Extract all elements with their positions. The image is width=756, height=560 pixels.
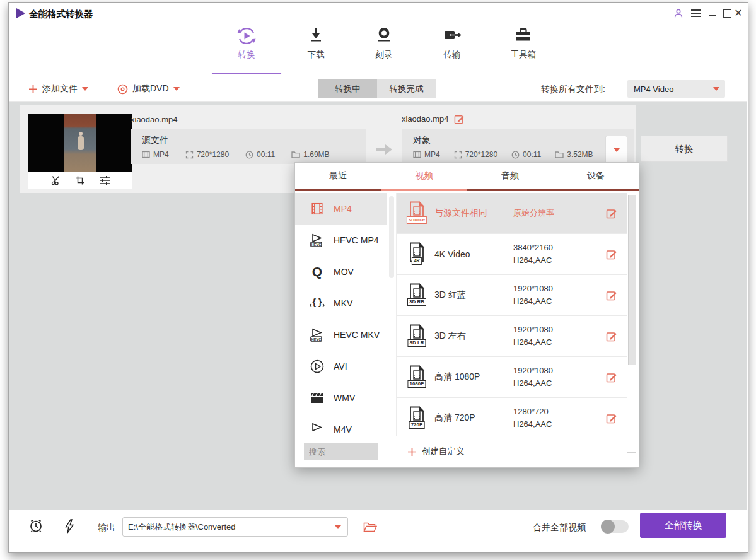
preset-row-3d-rb[interactable]: 3D RB 3D 红蓝 1920*1080 H264,AAC [397, 274, 627, 315]
format-list-scrollbar-thumb[interactable] [389, 196, 394, 278]
edit-preset-icon[interactable] [606, 371, 617, 383]
tab-converted[interactable]: 转换完成 [377, 79, 436, 98]
search-input[interactable] [304, 443, 378, 460]
preset-scrollbar-thumb[interactable] [628, 195, 636, 365]
preset-row-hd-1080p[interactable]: 1080P 高清 1080P 1920*1080 H264,AAC [397, 356, 627, 397]
nav-tab-toolbox[interactable]: 工具箱 [497, 26, 550, 61]
format-item-hevc-mkv[interactable]: HEVC HEVC MKV [295, 319, 387, 351]
chevron-down-icon [713, 87, 719, 91]
popup-tab-recent[interactable]: 最近 [295, 163, 381, 191]
chevron-down-icon [335, 525, 341, 529]
svg-text:HEVC: HEVC [311, 337, 321, 341]
target-filename: xiaodao.mp4 [402, 114, 448, 124]
resolution-icon [454, 151, 462, 159]
popup-tab-video[interactable]: 视频 [381, 163, 467, 191]
effects-sliders-icon[interactable] [99, 175, 110, 185]
source-section-label: 源文件 [142, 135, 168, 146]
nav-tab-convert[interactable]: 转换 [220, 26, 273, 61]
close-button[interactable]: ✕ [732, 8, 745, 19]
thumbnail-image [28, 114, 132, 172]
clock-icon [245, 151, 253, 159]
output-path-value: E:\全能格式转换器\Converted [128, 522, 335, 533]
open-folder-icon[interactable] [363, 521, 377, 533]
source-format: MP4 [153, 150, 169, 159]
maximize-button[interactable] [721, 8, 733, 19]
bottom-bar [9, 510, 747, 552]
edit-preset-icon[interactable] [606, 412, 617, 424]
avi-icon [309, 358, 325, 375]
nav-tab-download[interactable]: 下载 [289, 26, 342, 61]
merge-videos-toggle[interactable] [601, 520, 629, 533]
format-item-mov[interactable]: Q MOV [295, 256, 387, 288]
schedule-clock-icon[interactable] [28, 518, 44, 534]
account-icon[interactable] [672, 8, 685, 19]
app-screen: 全能格式转换器 ✕ 转换 下载 刻录 [0, 0, 756, 560]
edit-preset-icon[interactable] [606, 248, 617, 260]
source-file-icon: source [408, 201, 426, 225]
trim-scissors-icon[interactable] [50, 175, 61, 185]
format-item-mkv[interactable]: { } MKV [295, 288, 387, 319]
video-file-icon: 1080P [408, 365, 426, 389]
create-custom-button[interactable]: 创建自定义 [407, 446, 465, 457]
load-dvd-button[interactable]: 加载DVD [117, 80, 180, 98]
resolution-icon [185, 151, 194, 159]
create-custom-label: 创建自定义 [422, 446, 465, 457]
nav-tab-download-label: 下载 [308, 49, 325, 61]
transfer-icon [443, 26, 462, 45]
popup-footer: 创建自定义 [295, 436, 627, 467]
nav-tab-transfer[interactable]: 传输 [426, 26, 479, 61]
preset-row-same-as-source[interactable]: source 与源文件相同 原始分辨率 [397, 193, 627, 233]
merge-videos-label: 合并全部视频 [533, 522, 586, 534]
folder-icon [291, 151, 300, 158]
target-section-label: 对象 [413, 135, 431, 146]
crop-icon[interactable] [75, 175, 85, 185]
source-filename: xiaodao.mp4 [131, 115, 177, 124]
m4v-icon [309, 421, 325, 436]
preset-row-hd-720p[interactable]: 720P 高清 720P 1280*720 H264,AAC [397, 397, 627, 438]
edit-preset-icon[interactable] [606, 330, 617, 342]
output-format-select[interactable]: MP4 Video [627, 80, 725, 98]
nav-tab-transfer-label: 传输 [444, 49, 461, 61]
output-path-select[interactable]: E:\全能格式转换器\Converted [122, 517, 348, 537]
video-file-icon: 3D LR [408, 324, 426, 348]
toolbox-icon [514, 26, 533, 45]
thumbnail-toolbar [28, 172, 132, 189]
output-format-value: MP4 Video [634, 85, 713, 94]
target-resolution: 720*1280 [465, 150, 497, 159]
format-item-m4v[interactable]: M4V [295, 414, 387, 436]
popup-tab-device[interactable]: 设备 [553, 163, 639, 191]
format-item-hevc-mp4[interactable]: HEVC HEVC MP4 [295, 225, 387, 256]
divider [83, 516, 83, 537]
add-file-button[interactable]: 添加文件 [28, 80, 88, 98]
rename-edit-icon[interactable] [454, 114, 465, 124]
format-item-mp4[interactable]: MP4 [295, 193, 387, 225]
target-info-box: 对象 MP4 720*1280 00:11 3.52MB [402, 129, 634, 164]
navbar-divider [9, 76, 747, 76]
preset-scrollbar-track [627, 193, 636, 453]
mkv-icon: { } [309, 295, 325, 312]
divider [54, 516, 54, 537]
target-format-dropdown-button[interactable] [605, 136, 627, 164]
tab-converting[interactable]: 转换中 [318, 79, 377, 98]
high-speed-icon[interactable] [63, 519, 76, 534]
popup-tab-audio[interactable]: 音频 [467, 163, 553, 191]
edit-preset-icon[interactable] [606, 289, 617, 301]
format-item-avi[interactable]: AVI [295, 351, 387, 382]
preset-row-3d-lr[interactable]: 3D LR 3D 左右 1920*1080 H264,AAC [397, 315, 627, 356]
plus-icon [407, 447, 417, 457]
folder-icon [555, 151, 564, 158]
row-convert-button[interactable]: 转换 [641, 136, 728, 162]
popup-tab-bar: 最近 视频 音频 设备 [295, 163, 639, 191]
minimize-button[interactable] [706, 10, 719, 21]
menu-icon[interactable] [690, 8, 702, 19]
preset-row-4k[interactable]: 4K 4K Video 3840*2160 H264,AAC [397, 233, 627, 274]
nav-tab-burn[interactable]: 刻录 [358, 26, 410, 61]
convert-all-button[interactable]: 全部转换 [640, 513, 726, 538]
video-file-icon: 720P [408, 406, 426, 430]
chevron-down-icon [173, 87, 180, 91]
edit-preset-icon[interactable] [606, 207, 617, 219]
mov-quicktime-icon: Q [309, 264, 325, 280]
convert-all-to-label: 转换所有文件到: [541, 84, 605, 95]
format-item-wmv[interactable]: WMV [295, 382, 387, 414]
video-file-icon: 3D RB [408, 283, 426, 307]
